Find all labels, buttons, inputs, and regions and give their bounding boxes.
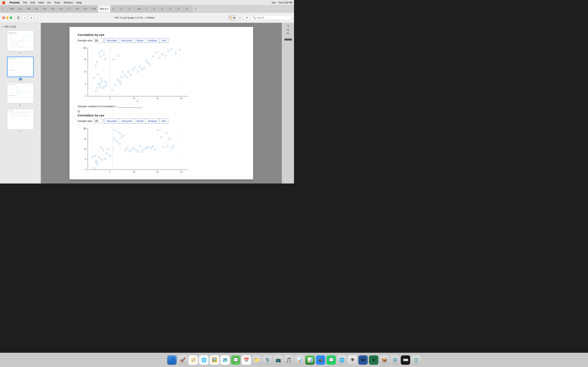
svg-point-132	[118, 55, 119, 57]
menu-view[interactable]: View	[38, 1, 44, 4]
svg-point-103	[114, 84, 116, 86]
search-icon: 🔍	[252, 16, 256, 19]
reset-button-c[interactable]: Reset	[135, 119, 146, 123]
svg-point-177	[120, 133, 121, 135]
svg-point-98	[100, 56, 101, 57]
apple-menu[interactable]: 🍎	[2, 1, 6, 4]
svg-text:20: 20	[180, 97, 182, 100]
sidebar-item-page-2[interactable]: Correlation by eye Correlation by eye	[2, 57, 39, 81]
right-panel: ng nts No	[282, 23, 294, 184]
svg-point-86	[100, 86, 102, 88]
tab-9[interactable]: C T	[65, 5, 73, 13]
analyze-button-c[interactable]: Analyze	[146, 119, 159, 123]
search-input[interactable]	[257, 16, 289, 19]
svg-point-94	[100, 78, 102, 80]
svg-point-90	[105, 81, 106, 83]
menu-help[interactable]: Help	[76, 1, 82, 4]
tab-bookmark[interactable]: ‖	[111, 5, 119, 13]
tab-2[interactable]: M ✉	[8, 5, 16, 13]
tab-star-u[interactable]: ★ U	[135, 5, 143, 13]
right-panel-item-1[interactable]: ng	[287, 25, 289, 27]
chart-b: y 0 5 10 15 20	[78, 45, 192, 102]
share-button[interactable]: ↑	[35, 15, 40, 20]
svg-point-83	[96, 87, 98, 89]
svg-point-121	[149, 64, 151, 66]
svg-rect-45	[7, 109, 34, 129]
info-button-b[interactable]: Info	[159, 38, 168, 43]
page-1-thumbnail[interactable]: Correlation by eye	[7, 31, 34, 51]
tab-t[interactable]: T	[143, 5, 151, 13]
svg-point-130	[179, 49, 181, 50]
tab-3[interactable]: C S	[16, 5, 25, 13]
zoom-in-button[interactable]: +	[29, 15, 34, 20]
svg-text:20: 20	[84, 47, 86, 49]
tab-10[interactable]: C A	[73, 5, 82, 13]
tab-p2[interactable]: P M	[90, 5, 98, 13]
tab-pdf[interactable]: P S	[82, 5, 90, 13]
svg-text:Correlation by eye: Correlation by eye	[8, 95, 15, 96]
svg-text:20: 20	[84, 127, 86, 130]
svg-point-110	[120, 83, 121, 84]
svg-text:Correlation by eye: Correlation by eye	[8, 32, 17, 33]
info-button-c[interactable]: Info	[159, 119, 168, 123]
app-name[interactable]: Preview	[9, 1, 20, 4]
tab-more[interactable]: ‖	[119, 5, 127, 13]
section-b-controls: Sample size: Simulate Add point Reset An…	[78, 38, 245, 43]
simulate-button-c[interactable]: Simulate	[104, 119, 119, 123]
menu-tools[interactable]: Tools	[54, 1, 60, 4]
page-3-number: 3	[20, 104, 21, 107]
page-3-thumbnail[interactable]: Correlation by eye Correlation by eye	[7, 83, 34, 103]
new-tab-button[interactable]: +	[192, 5, 199, 13]
svg-point-108	[124, 75, 126, 76]
tab-c2[interactable]: C	[151, 5, 160, 13]
tab-4[interactable]: C M	[25, 5, 33, 13]
menu-edit[interactable]: Edit	[30, 1, 35, 4]
tab-s[interactable]: S	[168, 5, 176, 13]
tab-f[interactable]: F	[160, 5, 168, 13]
svg-point-182	[129, 150, 130, 152]
minimize-button[interactable]	[6, 17, 9, 19]
tab-u[interactable]: U	[127, 5, 135, 13]
tab-h[interactable]: H	[184, 5, 192, 13]
maximize-button[interactable]	[10, 17, 12, 19]
sidebar-item-page-1[interactable]: Correlation by eye 1	[2, 31, 39, 54]
sidebar-item-page-3[interactable]: Correlation by eye Correlation by eye	[2, 83, 39, 107]
svg-point-202	[173, 145, 174, 147]
add-point-button-b[interactable]: Add point	[119, 38, 135, 43]
annotate-button[interactable]: ↗	[244, 15, 250, 21]
tab-1[interactable]: T	[0, 5, 8, 13]
sample-size-input-c[interactable]	[94, 119, 104, 123]
svg-text:5: 5	[109, 171, 111, 173]
markup-button[interactable]: ✏️ ▾	[228, 15, 236, 21]
svg-point-123	[155, 52, 157, 53]
highlight-button[interactable]: □	[237, 15, 242, 21]
simulate-button-b[interactable]: Simulate	[104, 38, 119, 43]
close-button[interactable]	[2, 17, 5, 19]
zoom-out-button[interactable]: −	[22, 15, 27, 20]
sample-size-input-b[interactable]	[94, 38, 104, 43]
tab-hw12[interactable]: New ★ ×	[98, 5, 111, 13]
analyze-button-b[interactable]: Analyze	[146, 38, 159, 43]
tab-5[interactable]: C S	[33, 5, 41, 13]
tab-p3[interactable]: P	[176, 5, 184, 13]
sidebar-toggle-button[interactable]: ☰	[16, 15, 21, 20]
svg-point-204	[152, 145, 154, 147]
menu-file[interactable]: File	[23, 1, 27, 4]
tab-8[interactable]: C A	[57, 5, 65, 13]
svg-text:Calculations: Calculations	[8, 110, 13, 111]
svg-point-167	[100, 146, 102, 148]
right-panel-item-2[interactable]: nts	[287, 28, 289, 31]
tab-6[interactable]: C S	[41, 5, 49, 13]
right-panel-no-button[interactable]: No	[287, 32, 289, 34]
reset-button-b[interactable]: Reset	[135, 38, 146, 43]
page-4-thumbnail[interactable]: Calculations	[7, 109, 34, 129]
sidebar-item-page-4[interactable]: Calculations 4	[2, 109, 39, 133]
svg-point-102	[112, 89, 113, 91]
page-2-thumbnail[interactable]: Correlation by eye Correlation by eye	[7, 57, 34, 77]
add-point-button-c[interactable]: Add point	[119, 119, 135, 123]
menu-window[interactable]: Window	[63, 1, 73, 4]
menu-go[interactable]: Go	[47, 1, 51, 4]
tab-7[interactable]: C A	[49, 5, 57, 13]
svg-text:Correlation by eye: Correlation by eye	[8, 84, 15, 85]
search-box[interactable]: 🔍	[251, 15, 292, 20]
